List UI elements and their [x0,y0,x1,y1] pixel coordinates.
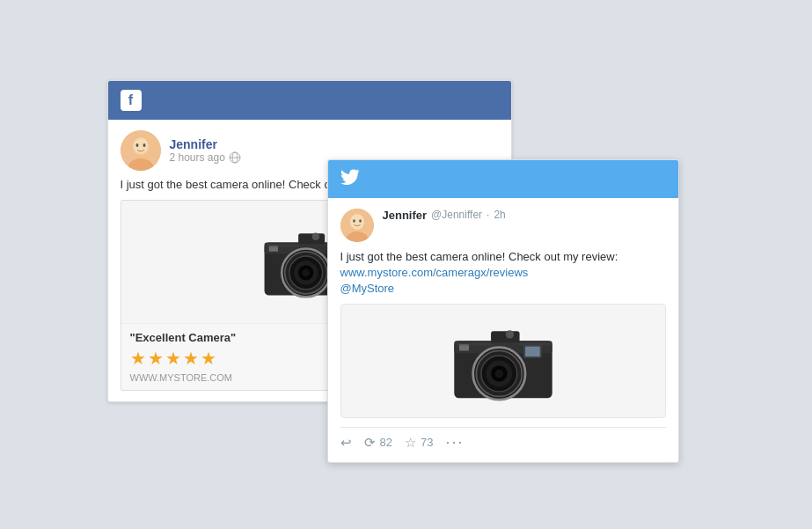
globe-icon [229,151,241,164]
svg-rect-45 [525,346,540,356]
facebook-user-info: Jennifer 2 hours ago [170,137,241,164]
twitter-card: Jennifer @Jenniffer · 2h I just got the … [327,159,679,464]
twitter-user-info: Jennifer @Jenniffer · 2h [383,209,506,222]
svg-rect-48 [456,342,551,346]
svg-point-23 [311,232,319,240]
twitter-camera-illustration [446,315,560,408]
avatar [121,130,161,171]
retweet-count: 82 [380,436,392,449]
retweet-icon: ⟳ [364,435,376,451]
like-icon: ☆ [405,435,416,451]
twitter-username: Jennifer [383,209,428,222]
twitter-bird-icon [340,169,360,189]
twitter-header [328,160,678,198]
reply-icon: ↩ [340,435,352,451]
twitter-name-row: Jennifer @Jenniffer · 2h [383,209,506,222]
twitter-avatar [340,209,374,242]
like-count: 73 [421,436,433,449]
twitter-body: Jennifer @Jenniffer · 2h I just got the … [328,198,678,463]
twitter-dot: · [486,209,489,221]
svg-point-30 [353,219,355,223]
facebook-time: 2 hours ago [170,151,225,164]
twitter-like-button[interactable]: ☆ 73 [405,435,433,451]
twitter-link2[interactable]: @MyStore [340,281,666,297]
twitter-retweet-button[interactable]: ⟳ 82 [364,435,392,451]
twitter-more-button[interactable]: ··· [445,433,464,452]
twitter-time: 2h [494,209,505,221]
twitter-link1[interactable]: www.mystore.com/cameragx/reviews [340,265,666,281]
svg-point-31 [359,219,362,223]
twitter-handle: @Jenniffer [431,209,482,221]
facebook-header: f [108,81,511,120]
svg-point-5 [143,143,145,147]
twitter-image-preview [340,304,666,418]
cards-wrapper: f Jennifer [107,80,706,450]
twitter-post-text: I just got the best camera online! Check… [340,249,666,298]
svg-point-4 [135,143,138,147]
twitter-actions: ↩ ⟳ 82 ☆ 73 ··· [340,427,666,452]
svg-point-46 [505,330,513,338]
svg-point-17 [302,269,310,277]
twitter-user-row: Jennifer @Jenniffer · 2h [340,209,666,242]
svg-point-40 [494,369,502,377]
facebook-meta: 2 hours ago [170,151,241,164]
facebook-username[interactable]: Jennifer [170,137,241,151]
facebook-icon: f [121,90,142,111]
twitter-reply-button[interactable]: ↩ [340,435,352,451]
